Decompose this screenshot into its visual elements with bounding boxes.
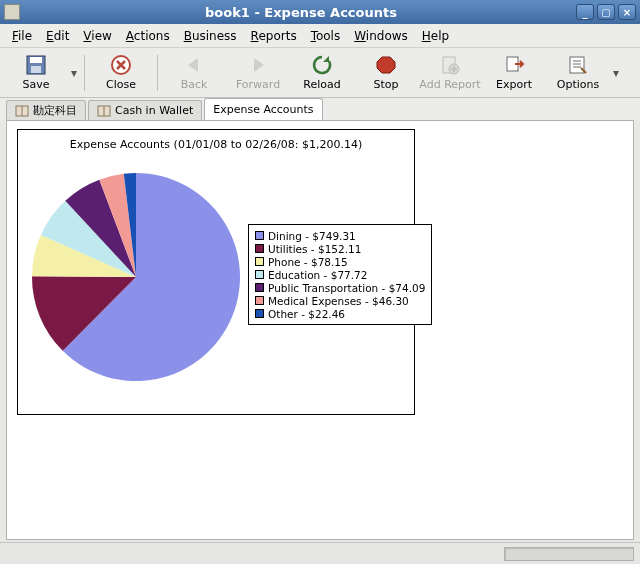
statusbar [0,542,640,564]
reload-button[interactable]: Reload [290,50,354,96]
titlebar: book1 - Expense Accounts _ ▢ × [0,0,640,24]
toolbar-separator [157,55,158,91]
menu-view[interactable]: View [77,27,117,45]
save-icon [25,54,47,76]
tab-label: Expense Accounts [213,103,313,116]
legend-row: Public Transportation - $74.09 [255,281,425,294]
menu-business[interactable]: Business [178,27,243,45]
menubar: File Edit View Actions Business Reports … [0,24,640,48]
legend-swatch [255,244,264,253]
legend-swatch [255,309,264,318]
back-label: Back [181,78,208,91]
legend-swatch [255,231,264,240]
legend-row: Education - $77.72 [255,268,425,281]
add-report-label: Add Report [419,78,480,91]
stop-label: Stop [373,78,398,91]
tab-expense-accounts[interactable]: Expense Accounts [204,98,322,120]
menu-reports[interactable]: Reports [245,27,303,45]
save-dropdown[interactable]: ▾ [68,50,80,96]
svg-marker-6 [377,57,395,73]
menu-windows[interactable]: Windows [348,27,414,45]
chart-frame: Expense Accounts (01/01/08 to 02/26/08: … [17,129,415,415]
legend-row: Dining - $749.31 [255,229,425,242]
export-label: Export [496,78,532,91]
chart-legend: Dining - $749.31Utilities - $152.11Phone… [248,224,432,325]
options-label: Options [557,78,599,91]
tab-label: Cash in Wallet [115,104,193,117]
ledger-icon [97,105,111,117]
forward-label: Forward [236,78,280,91]
svg-rect-1 [30,57,42,63]
back-button: Back [162,50,226,96]
menu-actions[interactable]: Actions [120,27,176,45]
back-icon [183,54,205,76]
window-title: book1 - Expense Accounts [26,5,576,20]
progress-well [504,547,634,561]
options-dropdown[interactable]: ▾ [610,50,622,96]
export-button[interactable]: Export [482,50,546,96]
legend-row: Phone - $78.15 [255,255,425,268]
legend-label: Utilities - $152.11 [268,243,361,255]
toolbar-separator [84,55,85,91]
chart-title: Expense Accounts (01/01/08 to 02/26/08: … [18,130,414,151]
menu-help[interactable]: Help [416,27,455,45]
menu-file-rest: ile [18,29,32,43]
legend-label: Medical Expenses - $46.30 [268,295,409,307]
forward-button: Forward [226,50,290,96]
add-report-button: Add Report [418,50,482,96]
legend-swatch [255,270,264,279]
report-area: Expense Accounts (01/01/08 to 02/26/08: … [6,120,634,540]
legend-row: Other - $22.46 [255,307,425,320]
close-icon [110,54,132,76]
reload-icon [311,54,333,76]
pie-chart [26,162,246,382]
menu-edit[interactable]: Edit [40,27,75,45]
toolbar: Save ▾ Close Back Forward Reload Stop Ad… [0,48,640,98]
options-icon [567,54,589,76]
legend-label: Other - $22.46 [268,308,345,320]
forward-icon [247,54,269,76]
stop-icon [375,54,397,76]
legend-row: Utilities - $152.11 [255,242,425,255]
minimize-button[interactable]: _ [576,4,594,20]
tab-label: 勘定科目 [33,103,77,118]
tabstrip: 勘定科目 Cash in Wallet Expense Accounts [0,98,640,120]
svg-rect-2 [31,66,41,73]
stop-button[interactable]: Stop [354,50,418,96]
close-window-button[interactable]: × [618,4,636,20]
close-button[interactable]: Close [89,50,153,96]
legend-label: Phone - $78.15 [268,256,348,268]
menu-tools[interactable]: Tools [305,27,347,45]
legend-label: Dining - $749.31 [268,230,356,242]
svg-rect-12 [570,57,584,73]
legend-swatch [255,296,264,305]
ledger-icon [15,105,29,117]
menu-file[interactable]: File [6,27,38,45]
save-label: Save [22,78,49,91]
tab-cash-in-wallet[interactable]: Cash in Wallet [88,100,202,120]
app-icon [4,4,20,20]
add-report-icon [439,54,461,76]
legend-label: Education - $77.72 [268,269,367,281]
legend-row: Medical Expenses - $46.30 [255,294,425,307]
legend-swatch [255,257,264,266]
close-label: Close [106,78,136,91]
save-button[interactable]: Save [4,50,68,96]
tab-accounts-jp[interactable]: 勘定科目 [6,100,86,120]
maximize-button[interactable]: ▢ [597,4,615,20]
legend-swatch [255,283,264,292]
options-button[interactable]: Options [546,50,610,96]
reload-label: Reload [303,78,340,91]
export-icon [503,54,525,76]
legend-label: Public Transportation - $74.09 [268,282,425,294]
